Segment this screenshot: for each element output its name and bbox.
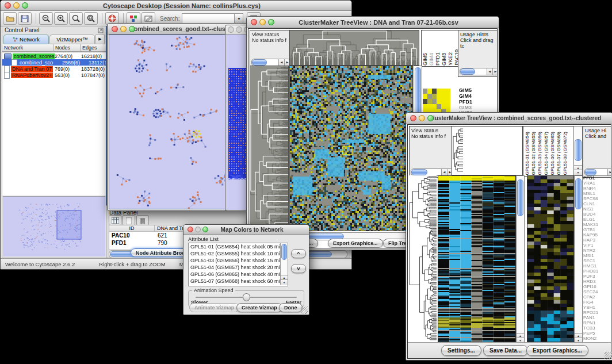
animate-vizmap-button[interactable]: Animate Vizmap — [189, 303, 239, 312]
row-label[interactable]: PFD1 — [459, 99, 495, 105]
column-label[interactable]: GPL51-07 (GSM868) — [556, 132, 561, 175]
attribute-item[interactable]: GPL51-04 (GSM857) heat shock 20 min — [189, 264, 288, 271]
row-dendrogram-canvas[interactable] — [250, 66, 289, 231]
vscroll-thumb[interactable] — [575, 139, 582, 161]
main-titlebar[interactable]: Cytoscape Desktop (Session Name: collins… — [1, 1, 351, 11]
resize-grip[interactable] — [605, 352, 612, 359]
open-folder-icon[interactable] — [3, 12, 17, 25]
gene-label[interactable]: HMG1 — [583, 263, 611, 269]
zoom-fit-icon[interactable] — [84, 12, 98, 25]
column-label[interactable]: GPL51-06 (GSM865) — [550, 132, 555, 175]
close-icon[interactable] — [410, 115, 416, 121]
scroll-thumb[interactable] — [585, 169, 596, 175]
close-icon[interactable] — [188, 227, 193, 232]
gene-label[interactable]: YSH1 — [583, 305, 611, 310]
gene-label[interactable]: SEC24 — [583, 289, 611, 294]
row-label[interactable]: GIM5 — [459, 87, 495, 93]
scroll-thumb[interactable] — [411, 169, 427, 175]
gene-label[interactable]: TCB3 — [583, 325, 611, 331]
zoom-window-icon[interactable] — [427, 115, 434, 121]
gene-label[interactable]: CPA2 — [583, 294, 611, 300]
zoom-window-icon[interactable] — [268, 19, 274, 25]
column-label[interactable]: GPL51-02 (GSM855) — [531, 132, 536, 175]
gene-label[interactable]: GTB1 — [583, 227, 611, 232]
column-label[interactable]: GPL51-08 (GSM872) — [563, 132, 568, 175]
column-label[interactable]: GIM4 — [429, 53, 434, 66]
network-row[interactable]: RNAPuberNov2+ 563(0) 107847(0) — [2, 72, 106, 78]
tab-vizmapper[interactable]: VizMapper™ — [49, 35, 95, 44]
column-label[interactable]: GIM3 — [442, 53, 447, 66]
gene-label[interactable]: RNR4 — [583, 186, 611, 191]
scroll-left-icon[interactable]: ◀ — [487, 68, 492, 75]
gene-label[interactable]: VIP1 — [583, 243, 611, 248]
gene-label[interactable]: PFD1 — [583, 175, 611, 181]
row-label[interactable]: GIM3 — [459, 105, 495, 110]
attribute-item[interactable]: GPL51-02 (GSM855) heat shock 10 min — [189, 250, 288, 257]
heatmap-canvas[interactable] — [289, 66, 413, 231]
column-label[interactable]: GIM5 — [423, 53, 428, 66]
labels-vscrollbar[interactable]: ▲ ▼ — [573, 126, 583, 175]
usage-hints-scrollbar[interactable]: ◀▶ — [460, 68, 498, 75]
network-row[interactable]: combined_sco 2569(6) 13112(15) — [2, 59, 106, 66]
gene-label[interactable]: KAP95 — [583, 232, 611, 237]
overview-canvas[interactable] — [3, 197, 104, 255]
search-input[interactable] — [182, 13, 235, 24]
gene-label[interactable]: MSL1 — [583, 191, 611, 196]
scroll-thumb[interactable] — [252, 59, 267, 66]
zoom-window-icon[interactable] — [202, 227, 208, 232]
tabs-overflow-arrow-icon[interactable]: ▶ — [95, 35, 105, 44]
move-up-button[interactable]: ^ — [291, 249, 306, 258]
done-button[interactable]: Done — [279, 303, 303, 312]
gene-label[interactable]: SPC98 — [583, 196, 611, 201]
row-label[interactable]: GIM4 — [459, 93, 495, 99]
attribute-item[interactable]: GPL51-06 (GSM865) heat shock 40 min — [189, 271, 288, 278]
attribute-list[interactable]: GPL51-01 (GSM854) heat shock 05 minGPL51… — [188, 243, 288, 286]
close-icon[interactable] — [5, 2, 11, 9]
column-dendrogram-canvas[interactable] — [289, 30, 419, 66]
scroll-thumb[interactable] — [460, 68, 475, 75]
gene-label[interactable]: MON2 — [583, 336, 611, 341]
tab-network[interactable]: Network — [3, 35, 49, 44]
list-vscrollbar[interactable]: ▲ ▼ — [280, 243, 288, 285]
close-icon[interactable] — [228, 26, 234, 33]
gene-label[interactable]: RPO21 — [583, 310, 611, 315]
minimize-icon[interactable] — [195, 227, 201, 232]
treeview-titlebar[interactable]: ClusterMaker TreeView : DNA and Tran 07-… — [247, 17, 499, 28]
scroll-left-icon[interactable]: ◀ — [441, 169, 447, 175]
search-dropdown-icon[interactable]: ▼ — [235, 13, 243, 24]
minimize-icon[interactable] — [259, 19, 266, 25]
gene-label[interactable]: YRA1 — [583, 181, 611, 186]
col-edges[interactable]: Edges — [81, 44, 106, 52]
minimize-icon[interactable] — [419, 115, 425, 121]
row-dendrogram-canvas[interactable] — [409, 175, 437, 341]
network-row[interactable]: combined_scores 2764(0) 16218(0) — [2, 53, 106, 59]
gene-label[interactable]: BUD4 — [583, 212, 611, 217]
network-row[interactable]: DNA and Tran 07 769(0) 183728(0) — [2, 66, 106, 72]
close-icon[interactable] — [112, 26, 118, 32]
column-dendrogram-area[interactable] — [452, 126, 523, 175]
scroll-right-icon[interactable]: ▶ — [607, 169, 611, 175]
minimize-icon[interactable] — [236, 26, 242, 33]
zoom-window-icon[interactable] — [129, 26, 135, 32]
gene-label[interactable]: HAP3 — [583, 237, 611, 243]
zoom-out-icon[interactable] — [39, 12, 53, 25]
id-column-header[interactable]: ID — [109, 225, 155, 231]
gene-label[interactable]: PEP5 — [583, 331, 611, 336]
gene-label[interactable]: GPI16 — [583, 284, 611, 289]
gene-label[interactable]: RPN1 — [583, 320, 611, 325]
gene-label[interactable]: NIS1 — [583, 206, 611, 212]
column-label[interactable]: GPL51-03 (GSM856) — [537, 132, 542, 175]
vscroll-thumb[interactable] — [281, 244, 287, 260]
dialog-titlebar[interactable]: Map Colors to Network — [183, 225, 309, 235]
secondary-vscrollbar[interactable]: ▲ ▼ — [574, 175, 583, 343]
gene-label[interactable]: MSI1 — [583, 253, 611, 258]
attribute-item[interactable]: GPL51-01 (GSM854) heat shock 05 min — [189, 243, 288, 250]
export-graphics-button[interactable]: Export Graphics... — [526, 345, 588, 356]
scroll-down-icon[interactable]: ▼ — [574, 170, 582, 175]
column-label[interactable]: GPL51-04 (GSM857) — [544, 132, 549, 175]
heatmap-vscrollbar[interactable]: ▲ ▼ — [516, 175, 525, 343]
vscroll-thumb[interactable] — [517, 179, 523, 216]
heatmap-canvas[interactable] — [438, 175, 516, 342]
save-icon[interactable] — [18, 12, 32, 25]
col-network[interactable]: Network — [2, 44, 53, 52]
